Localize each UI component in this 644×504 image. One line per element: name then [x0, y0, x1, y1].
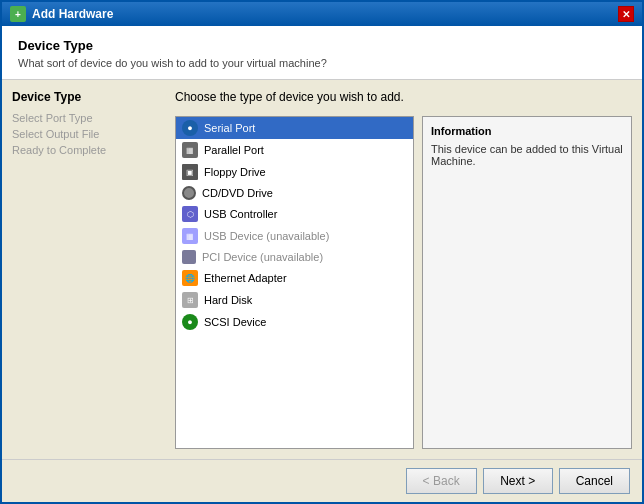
- usb-device-label: USB Device (unavailable): [204, 230, 329, 242]
- cd-dvd-label: CD/DVD Drive: [202, 187, 273, 199]
- content-row: ● Serial Port ▦ Parallel Port ▣ Floppy D…: [175, 116, 632, 449]
- header-area: Device Type What sort of device do you w…: [2, 26, 642, 80]
- footer: < Back Next > Cancel: [2, 459, 642, 502]
- left-panel-item-select-port: Select Port Type: [12, 110, 167, 126]
- back-button[interactable]: < Back: [406, 468, 477, 494]
- device-item-scsi[interactable]: ● SCSI Device: [176, 311, 413, 333]
- hard-disk-label: Hard Disk: [204, 294, 252, 306]
- main-content: Device Type Select Port Type Select Outp…: [2, 80, 642, 459]
- window-icon: +: [10, 6, 26, 22]
- device-item-pci[interactable]: PCI Device (unavailable): [176, 247, 413, 267]
- title-bar-left: + Add Hardware: [10, 6, 113, 22]
- device-item-floppy[interactable]: ▣ Floppy Drive: [176, 161, 413, 183]
- serial-port-label: Serial Port: [204, 122, 255, 134]
- left-panel-item-ready: Ready to Complete: [12, 142, 167, 158]
- hard-disk-icon: ⊞: [182, 292, 198, 308]
- device-item-usb-ctrl[interactable]: ⬡ USB Controller: [176, 203, 413, 225]
- device-item-cd[interactable]: CD/DVD Drive: [176, 183, 413, 203]
- floppy-drive-icon: ▣: [182, 164, 198, 180]
- add-hardware-window: + Add Hardware ✕ Device Type What sort o…: [0, 0, 644, 504]
- prompt-text: Choose the type of device you wish to ad…: [175, 90, 632, 104]
- device-item-hard-disk[interactable]: ⊞ Hard Disk: [176, 289, 413, 311]
- window-title: Add Hardware: [32, 7, 113, 21]
- usb-controller-label: USB Controller: [204, 208, 277, 220]
- left-panel: Device Type Select Port Type Select Outp…: [12, 90, 167, 449]
- device-list[interactable]: ● Serial Port ▦ Parallel Port ▣ Floppy D…: [175, 116, 414, 449]
- info-panel-title: Information: [431, 125, 623, 137]
- header-subtitle: What sort of device do you wish to add t…: [18, 57, 626, 69]
- cancel-button[interactable]: Cancel: [559, 468, 630, 494]
- pci-device-icon: [182, 250, 196, 264]
- usb-controller-icon: ⬡: [182, 206, 198, 222]
- ethernet-adapter-label: Ethernet Adapter: [204, 272, 287, 284]
- info-panel: Information This device can be added to …: [422, 116, 632, 449]
- ethernet-adapter-icon: 🌐: [182, 270, 198, 286]
- left-panel-title: Device Type: [12, 90, 167, 104]
- pci-device-label: PCI Device (unavailable): [202, 251, 323, 263]
- scsi-device-label: SCSI Device: [204, 316, 266, 328]
- right-area: Choose the type of device you wish to ad…: [175, 90, 632, 449]
- floppy-drive-label: Floppy Drive: [204, 166, 266, 178]
- header-title: Device Type: [18, 38, 626, 53]
- device-item-usb-device[interactable]: ▦ USB Device (unavailable): [176, 225, 413, 247]
- info-panel-text: This device can be added to this Virtual…: [431, 143, 623, 167]
- device-item-serial[interactable]: ● Serial Port: [176, 117, 413, 139]
- title-bar: + Add Hardware ✕: [2, 2, 642, 26]
- cd-dvd-icon: [182, 186, 196, 200]
- scsi-device-icon: ●: [182, 314, 198, 330]
- usb-device-icon: ▦: [182, 228, 198, 244]
- device-item-parallel[interactable]: ▦ Parallel Port: [176, 139, 413, 161]
- serial-port-icon: ●: [182, 120, 198, 136]
- next-button[interactable]: Next >: [483, 468, 553, 494]
- device-item-ethernet[interactable]: 🌐 Ethernet Adapter: [176, 267, 413, 289]
- close-button[interactable]: ✕: [618, 6, 634, 22]
- left-panel-item-select-output: Select Output File: [12, 126, 167, 142]
- parallel-port-label: Parallel Port: [204, 144, 264, 156]
- parallel-port-icon: ▦: [182, 142, 198, 158]
